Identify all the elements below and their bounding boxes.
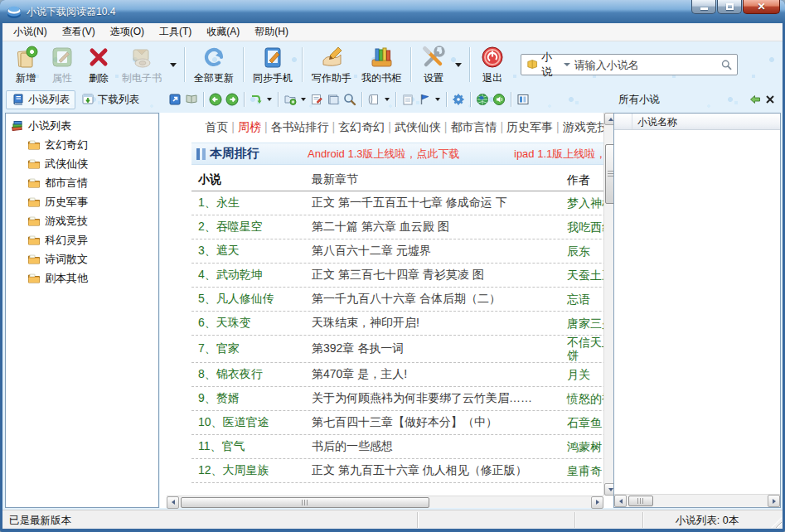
tab-download-list[interactable]: 下载列表 [75, 90, 145, 109]
nav-home[interactable]: 首页 [205, 120, 228, 133]
redo-icon[interactable] [248, 91, 264, 108]
tree-item-shici[interactable]: 诗词散文 [6, 249, 158, 268]
search-category[interactable]: 小说 [541, 50, 560, 80]
properties-button[interactable]: 属性 [44, 42, 80, 87]
add-folder-dropdown-icon[interactable] [301, 98, 306, 101]
tree-item-wuxia[interactable]: 武侠仙侠 [6, 154, 158, 173]
novel-link[interactable]: 大周皇族 [223, 463, 269, 476]
menu-tools[interactable]: 工具(T) [152, 22, 199, 41]
tree-item-kehuan[interactable]: 科幻灵异 [6, 230, 158, 249]
title-bar[interactable]: 小说下载阅读器10.4 ✕ [0, 0, 785, 23]
panel-close-icon[interactable] [763, 92, 778, 107]
open-book-icon[interactable] [183, 91, 200, 108]
update-all-button[interactable]: 全部更新 [189, 42, 239, 87]
novel-link[interactable]: 永生 [216, 196, 240, 209]
tree-item-xuanhuan[interactable]: 玄幻奇幻 [6, 135, 158, 154]
tab-novel-list[interactable]: 小说列表 [6, 90, 75, 109]
menu-novel[interactable]: 小说(N) [6, 22, 55, 41]
new-novel-button[interactable]: 新增 [7, 42, 44, 87]
notepad-icon[interactable] [400, 91, 416, 108]
make-ebook-dropdown-icon[interactable] [170, 63, 177, 67]
nav-weekly[interactable]: 周榜 [238, 120, 261, 133]
panel-horizontal-scrollbar[interactable] [614, 494, 780, 507]
flag-icon[interactable] [416, 91, 433, 108]
tree-item-dushi[interactable]: 都市言情 [6, 173, 158, 192]
minimize-button[interactable] [691, 0, 716, 14]
tree-item-lishi[interactable]: 历史军事 [6, 192, 158, 211]
nav-site-rank[interactable]: 各书站排行 [271, 120, 329, 133]
scroll-left-button[interactable] [167, 496, 179, 509]
novel-name-column[interactable]: 小说名称 [632, 114, 780, 129]
author-link[interactable]: 鸿蒙树 [560, 440, 603, 453]
flag-dropdown-icon[interactable] [435, 98, 440, 101]
author-link[interactable]: 石章鱼 [560, 416, 603, 429]
forward-icon[interactable] [224, 91, 240, 108]
redo-dropdown-icon[interactable] [267, 98, 272, 101]
novel-link[interactable]: 官气 [222, 439, 245, 452]
nav-lishi[interactable]: 历史军事 [506, 120, 553, 133]
globe-icon[interactable] [474, 91, 491, 108]
nav-dushi[interactable]: 都市言情 [450, 120, 497, 133]
menu-view[interactable]: 查看(V) [55, 22, 103, 41]
search-input[interactable] [574, 59, 720, 71]
settings-button[interactable]: 设置 [415, 42, 452, 87]
scroll-right-button[interactable] [591, 496, 603, 509]
author-link[interactable]: 梦入神机 [560, 196, 603, 210]
make-ebook-button[interactable]: 制电子书 [117, 42, 167, 87]
author-link[interactable]: 我吃西红柿 [560, 220, 603, 234]
menu-favorites[interactable]: 收藏(A) [199, 22, 247, 41]
columns-icon[interactable] [515, 91, 531, 108]
magnifier-icon[interactable] [720, 58, 732, 71]
add-folder-icon[interactable] [282, 91, 298, 108]
novel-link[interactable]: 凡人修仙传 [216, 292, 274, 305]
nav-xuanhuan[interactable]: 玄幻奇幻 [338, 120, 385, 133]
gear-icon[interactable] [450, 91, 467, 108]
close-button[interactable]: ✕ [743, 0, 780, 14]
tree-root-novel-list[interactable]: 小说列表 [6, 114, 158, 135]
zoom-search-icon[interactable] [342, 91, 358, 108]
horizontal-scroll-thumb[interactable] [628, 496, 653, 506]
scroll-left-button[interactable] [614, 495, 627, 507]
author-link[interactable]: 月关 [560, 368, 603, 381]
sync-phone-button[interactable]: 同步手机 [248, 42, 298, 87]
scroll-doc-icon[interactable] [366, 91, 382, 108]
novel-link[interactable]: 赘婿 [216, 391, 240, 404]
writing-assistant-button[interactable]: 写作助手 [307, 42, 356, 87]
author-link[interactable]: 唐家三少 [560, 317, 603, 330]
search-category-dropdown-icon[interactable] [564, 63, 570, 66]
menu-options[interactable]: 选项(O) [103, 22, 152, 41]
horizontal-scroll-thumb[interactable] [181, 497, 429, 508]
novel-link[interactable]: 官家 [216, 341, 240, 355]
novel-link[interactable]: 医道官途 [223, 415, 269, 428]
novel-link[interactable]: 武动乾坤 [216, 268, 263, 281]
nav-youxi[interactable]: 游戏竞技 [563, 120, 603, 133]
scroll-right-button[interactable] [768, 495, 780, 507]
author-link[interactable]: 不信天上掉馅饼 [560, 336, 603, 362]
author-link[interactable]: 忘语 [560, 293, 603, 306]
author-link[interactable]: 皇甫奇 [560, 464, 603, 477]
nav-wuxia[interactable]: 武侠仙侠 [395, 120, 441, 133]
maximize-button[interactable] [717, 0, 742, 14]
author-link[interactable]: 天蚕土豆 [560, 268, 603, 282]
android-promo-link[interactable]: Android 1.3版上线啦，点此下载 [308, 147, 460, 162]
folder-icon[interactable] [325, 91, 342, 108]
novel-link[interactable]: 锦衣夜行 [216, 367, 263, 380]
popout-icon[interactable] [167, 91, 183, 108]
novel-link[interactable]: 遮天 [216, 244, 240, 257]
edit-doc-icon[interactable] [308, 91, 325, 108]
settings-dropdown-icon[interactable] [455, 63, 462, 67]
scroll-dropdown-icon[interactable] [385, 98, 390, 101]
ipad-promo-link[interactable]: ipad 1.1版上线啦，点此下载 [514, 147, 603, 162]
browser-horizontal-scrollbar[interactable] [167, 496, 603, 508]
audio-icon[interactable] [491, 91, 507, 108]
author-link[interactable]: 愤怒的香蕉 [560, 392, 603, 405]
tree-item-juben[interactable]: 剧本其他 [6, 268, 158, 288]
my-bookshelf-button[interactable]: 我的书柜 [356, 42, 406, 87]
author-link[interactable]: 辰东 [560, 244, 603, 258]
tree-item-youxi[interactable]: 游戏竞技 [6, 211, 158, 230]
resize-grip-icon[interactable] [771, 517, 782, 528]
novel-link[interactable]: 吞噬星空 [216, 220, 263, 233]
back-icon[interactable] [207, 91, 224, 108]
menu-help[interactable]: 帮助(H) [247, 22, 296, 41]
delete-button[interactable]: 删除 [80, 42, 117, 87]
